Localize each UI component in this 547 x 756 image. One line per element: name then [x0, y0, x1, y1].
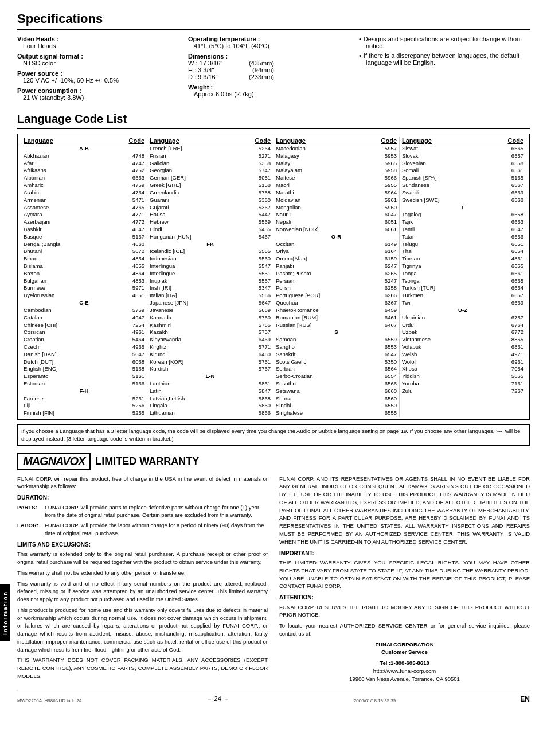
specs-grid: Video Heads : Four Heads Output signal f…	[17, 36, 530, 104]
lang-code: 6550	[376, 402, 397, 410]
warranty-limits-title: LIMITS AND EXCLUSIONS:	[17, 541, 268, 550]
lang-code: 5761	[250, 358, 271, 366]
list-item: Hindi5455	[149, 226, 272, 233]
lang-name: German [GER]	[150, 174, 250, 182]
lang-code: 5161	[124, 373, 144, 380]
lang-code: 6565	[503, 145, 523, 153]
lang-col-3-lang-header: Language	[276, 137, 306, 144]
specs-dims: Dimensions : W : 17 3/16" (435mm) H : 3 …	[188, 53, 353, 80]
list-item: Basque5167	[22, 233, 146, 241]
lang-code: 6564	[376, 365, 397, 373]
lang-code: 5256	[124, 402, 144, 410]
list-item: Sundanese6567	[401, 182, 525, 189]
lang-name: Interlingua	[150, 263, 250, 270]
list-item: Czech4965	[22, 344, 146, 351]
list-item: S	[275, 329, 398, 336]
list-item: Xhosa7054	[401, 365, 525, 373]
list-item: I-K	[149, 241, 272, 248]
lang-name: Aymara	[24, 211, 124, 219]
list-item: Singhalese6555	[275, 410, 398, 417]
lang-code: 5560	[250, 255, 271, 263]
lang-name: Basque	[24, 233, 124, 241]
specs-bullet-1: Designs and specifications are subject t…	[359, 36, 524, 49]
lang-section: Language Code List Language Code A-BAbkh…	[17, 112, 530, 446]
list-item: Oromo(Afan)6159	[275, 255, 398, 263]
dims-w: W : 17 3/16" (435mm)	[188, 60, 353, 67]
lang-name: Telugu	[402, 241, 503, 248]
lang-code: 4752	[124, 167, 144, 174]
lang-name: Turkish [TUR]	[402, 285, 503, 292]
lang-code: 5167	[124, 233, 144, 241]
lang-name: Bhutani	[24, 248, 124, 255]
list-item: Lingala5860	[149, 402, 272, 410]
lang-name: Abkhazian	[24, 153, 124, 160]
lang-name: Hindi	[150, 226, 250, 233]
lang-code: 5760	[250, 314, 271, 322]
lang-code: 5966	[376, 174, 397, 182]
specs-power-source-value: 120 V AC +/- 10%, 60 Hz +/- 0.5%	[17, 77, 182, 84]
lang-name: Icelandic [ICE]	[150, 248, 250, 255]
warranty-labor-label: LABOR:	[17, 521, 41, 537]
list-item: Samoan6559	[275, 336, 398, 344]
list-item: Spanish [SPA]5165	[401, 174, 525, 182]
lang-name: Sanskrit	[276, 351, 376, 358]
warranty-attention-title: ATTENTION:	[279, 594, 530, 602]
lang-name: Scots Gaelic	[276, 358, 376, 366]
lang-name: Mongolian	[276, 204, 376, 212]
lang-name: Croatian	[24, 336, 124, 344]
lang-code: 7054	[503, 365, 523, 373]
lang-name: Kinyarwanda	[150, 336, 250, 344]
lang-name: Burmese	[24, 285, 124, 292]
lang-code: 5758	[250, 189, 271, 197]
lang-name: Latin	[150, 388, 250, 395]
lang-code: 5360	[250, 197, 271, 204]
lang-name: Malay	[276, 160, 376, 167]
list-item: Shona6560	[275, 395, 398, 403]
lang-code: 5957	[376, 145, 397, 153]
list-item: Malayalam5958	[275, 167, 398, 174]
list-item: Sesotho6566	[275, 380, 398, 388]
lang-code: 4961	[124, 329, 144, 336]
lang-code: 5866	[250, 410, 271, 417]
lang-name: Czech	[24, 344, 124, 351]
list-item: Corsican4961	[22, 329, 146, 336]
list-item: Tajik6653	[401, 219, 525, 226]
lang-code: 6159	[376, 255, 397, 263]
lang-name: Malagasy	[276, 153, 376, 160]
specs-power-consumption-label: Power consumption :	[17, 87, 182, 94]
lang-name: Quechua	[276, 299, 376, 307]
lang-code: 5464	[124, 336, 144, 344]
lang-name: Yoruba	[402, 380, 503, 388]
lang-code: 6566	[376, 380, 397, 388]
lang-code: 5467	[250, 233, 271, 241]
lang-code: 5566	[250, 292, 271, 299]
side-tab-text: Information	[2, 591, 9, 635]
lang-name: Esperanto	[24, 373, 124, 380]
lang-code: 5955	[376, 182, 397, 189]
lang-code: 5953	[376, 153, 397, 160]
list-item: Malay5965	[275, 160, 398, 167]
list-item: Slovenian6558	[401, 160, 525, 167]
specs-section: Specifications Video Heads : Four Heads …	[17, 11, 530, 104]
lang-code: 5261	[124, 395, 144, 403]
specs-temp-label: Operating temperature :	[188, 36, 353, 42]
lang-name: Samoan	[276, 336, 376, 344]
list-item: Tagalog6658	[401, 211, 525, 219]
lang-code: 5965	[376, 160, 397, 167]
warranty-intro: FUNAI CORP. will repair this product, fr…	[17, 475, 268, 491]
lang-code: 5557	[250, 278, 271, 285]
list-item: Occitan6149	[275, 241, 398, 248]
list-item: Javanese5669	[149, 307, 272, 314]
lang-code: 5255	[124, 410, 144, 417]
lang-col-2-code-header: Code	[255, 137, 271, 144]
list-item: L-N	[149, 373, 272, 380]
list-item: Armenian5471	[22, 197, 146, 204]
lang-col-1-lang-header: Language	[24, 137, 53, 144]
lang-name: Malayalam	[276, 167, 376, 174]
lang-code: 6047	[376, 211, 397, 219]
lang-code: 5847	[250, 388, 271, 395]
specs-col3: Designs and specifications are subject t…	[359, 36, 530, 104]
lang-name: Bulgarian	[24, 278, 124, 285]
lang-col-1: Language Code A-BAbkhazian4748Afar4747Af…	[21, 137, 147, 417]
list-item: Bislama4855	[22, 263, 146, 270]
